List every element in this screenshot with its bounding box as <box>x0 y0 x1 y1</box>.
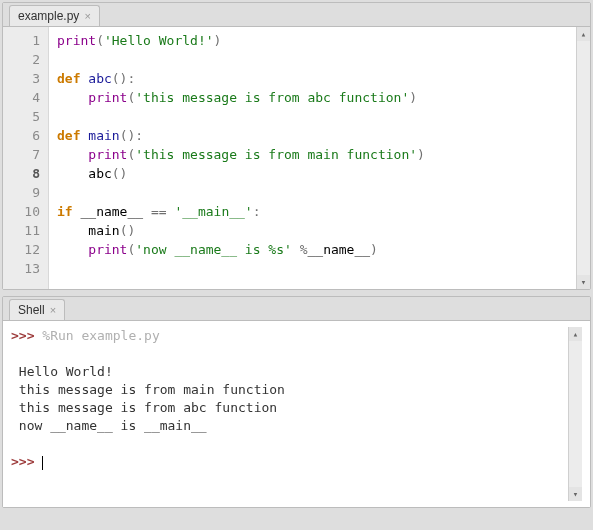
close-icon[interactable]: × <box>50 305 56 316</box>
editor-pane: example.py × 12345678910111213 print('He… <box>2 2 591 290</box>
shell-line <box>11 435 568 453</box>
line-number: 5 <box>3 107 40 126</box>
code-line: def main(): <box>57 126 568 145</box>
shell-tab[interactable]: Shell × <box>9 299 65 320</box>
scroll-up-icon[interactable]: ▴ <box>569 327 582 341</box>
line-number: 10 <box>3 202 40 221</box>
shell-tab-strip: Shell × <box>3 297 590 321</box>
shell-content[interactable]: >>> %Run example.py Hello World! this me… <box>11 327 568 501</box>
code-line: def abc(): <box>57 69 568 88</box>
code-line <box>57 183 568 202</box>
code-line: print('this message is from main functio… <box>57 145 568 164</box>
line-number: 13 <box>3 259 40 278</box>
editor-scrollbar[interactable]: ▴ ▾ <box>576 27 590 289</box>
scroll-down-icon[interactable]: ▾ <box>569 487 582 501</box>
line-number: 3 <box>3 69 40 88</box>
line-number: 2 <box>3 50 40 69</box>
code-line <box>57 259 568 278</box>
shell-tab-label: Shell <box>18 303 45 317</box>
editor-tab-strip: example.py × <box>3 3 590 27</box>
shell-line: Hello World! <box>11 363 568 381</box>
code-line <box>57 50 568 69</box>
line-number: 4 <box>3 88 40 107</box>
shell-line: this message is from abc function <box>11 399 568 417</box>
shell-scrollbar[interactable]: ▴ ▾ <box>568 327 582 501</box>
line-number: 11 <box>3 221 40 240</box>
line-number: 1 <box>3 31 40 50</box>
line-number: 9 <box>3 183 40 202</box>
code-line: print('Hello World!') <box>57 31 568 50</box>
shell-line: now __name__ is __main__ <box>11 417 568 435</box>
close-icon[interactable]: × <box>84 11 90 22</box>
line-number: 12 <box>3 240 40 259</box>
code-area[interactable]: print('Hello World!') def abc(): print('… <box>49 27 576 289</box>
code-line <box>57 107 568 126</box>
code-line: if __name__ == '__main__': <box>57 202 568 221</box>
shell-line: >>> <box>11 453 568 471</box>
line-number: 6 <box>3 126 40 145</box>
code-line: print('now __name__ is %s' %__name__) <box>57 240 568 259</box>
editor-tab-label: example.py <box>18 9 79 23</box>
shell-area[interactable]: >>> %Run example.py Hello World! this me… <box>3 321 590 507</box>
shell-line <box>11 345 568 363</box>
line-number-gutter: 12345678910111213 <box>3 27 49 289</box>
shell-line: >>> %Run example.py <box>11 327 568 345</box>
shell-pane: Shell × >>> %Run example.py Hello World!… <box>2 296 591 508</box>
line-number: 8 <box>3 164 40 183</box>
code-line: main() <box>57 221 568 240</box>
editor-tab[interactable]: example.py × <box>9 5 100 26</box>
code-line: print('this message is from abc function… <box>57 88 568 107</box>
line-number: 7 <box>3 145 40 164</box>
scroll-up-icon[interactable]: ▴ <box>577 27 590 41</box>
scroll-down-icon[interactable]: ▾ <box>577 275 590 289</box>
shell-line: this message is from main function <box>11 381 568 399</box>
code-editor[interactable]: 12345678910111213 print('Hello World!') … <box>3 27 590 289</box>
code-line: abc() <box>57 164 568 183</box>
